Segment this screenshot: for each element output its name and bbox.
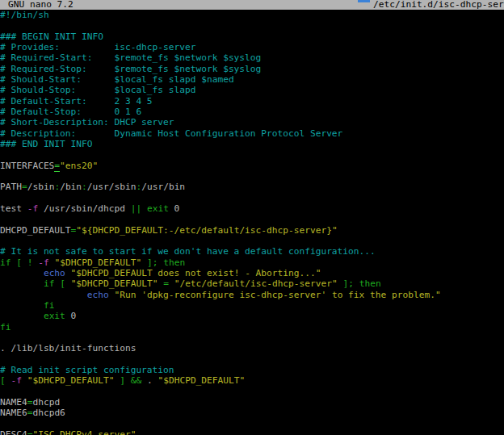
code-token	[22, 257, 27, 268]
code-token: # It is not safe to start if we don't ha…	[0, 246, 376, 257]
code-token: "Run 'dpkg-reconfigure isc-dhcp-server' …	[114, 290, 440, 300]
code-token	[65, 268, 71, 278]
code-token: # Required-Start: $remote_fs $network $s…	[0, 52, 261, 63]
code-token: #!/bin/sh	[0, 10, 49, 20]
code-token: if	[44, 278, 54, 289]
code-token: /bin	[60, 182, 82, 192]
code-token: then	[163, 257, 185, 268]
code-line: ### BEGIN INIT INFO	[0, 31, 504, 42]
code-token: "/etc/default/isc-dhcp-server"	[174, 278, 338, 289]
code-line: echo "Run 'dpkg-reconfigure isc-dhcp-ser…	[0, 290, 504, 300]
code-token: ||	[131, 203, 141, 214]
code-token	[22, 375, 27, 386]
code-token	[141, 257, 147, 268]
file-path-label: /etc/init.d/isc-dhcp-serv	[373, 0, 504, 10]
code-token: echo	[44, 268, 65, 278]
code-line: # Required-Start: $remote_fs $network $s…	[0, 52, 504, 63]
code-line: . /lib/lsb/init-functions	[0, 343, 504, 353]
code-token: [	[0, 375, 6, 386]
code-token: "ISC DHCPv4 server"	[32, 429, 136, 435]
code-line: DHCPD_DEFAULT="${DHCPD_DEFAULT:-/etc/def…	[0, 225, 504, 236]
code-token: 0	[65, 311, 76, 321]
code-token	[0, 268, 44, 278]
code-token: "${DHCPD_DEFAULT:-/etc/default/isc-dhcp-…	[76, 225, 337, 236]
code-token: # Read init script configuration	[0, 365, 174, 375]
code-line: echo "$DHCPD_DEFAULT does not exist! - A…	[0, 268, 504, 278]
code-token: test	[0, 203, 27, 214]
code-line	[0, 236, 504, 246]
code-line	[0, 214, 504, 224]
code-token: -f	[27, 203, 38, 214]
code-line	[0, 333, 504, 343]
code-line: # Default-Start: 2 3 4 5	[0, 96, 504, 107]
code-line: DESC4="ISC DHCPv4 server"	[0, 429, 504, 435]
code-line: # Provides: isc-dhcp-server	[0, 42, 504, 52]
code-line	[0, 171, 504, 182]
code-token: dhcpd6	[32, 408, 65, 418]
code-line: PATH=/sbin:/bin:/usr/sbin:/usr/bin	[0, 182, 504, 192]
code-line: if [ ! -f "$DHCPD_DEFAULT" ]; then	[0, 257, 504, 268]
code-line	[0, 149, 504, 160]
code-token: 0	[169, 203, 179, 214]
code-token: "$DHCPD_DEFAULT"	[54, 257, 141, 268]
code-token: ];	[342, 278, 353, 289]
code-token: fi	[44, 300, 54, 311]
code-token: "$DHCPD_DEFAULT does not exist! - Aborti…	[71, 268, 321, 278]
code-token: echo	[87, 290, 109, 300]
code-token: "$DHCPD_DEFAULT"	[158, 375, 245, 386]
code-token: PATH	[0, 182, 22, 192]
code-token: -f	[38, 257, 48, 268]
code-token: "$DHCPD_DEFAULT"	[71, 278, 158, 289]
code-line	[0, 386, 504, 396]
nano-titlebar: GNU nano 7.2 /etc/init.d/isc-dhcp-serv	[0, 0, 504, 10]
code-token	[65, 278, 71, 289]
code-token	[354, 278, 359, 289]
code-token: ];	[147, 257, 158, 268]
code-line: # Should-Stop: $local_fs slapd	[0, 85, 504, 95]
code-token: # Description: Dynamic Host Configuratio…	[0, 128, 342, 139]
code-token: exit	[147, 203, 169, 214]
code-line: INTERFACES="ens20"	[0, 161, 504, 171]
code-token: if	[0, 257, 10, 268]
code-token: . /lib/lsb/init-functions	[0, 343, 136, 353]
editor-buffer[interactable]: #!/bin/sh### BEGIN INIT INFO# Provides: …	[0, 10, 504, 435]
cursor-artifact	[358, 0, 370, 2]
code-token: NAME6	[0, 408, 27, 418]
code-token: then	[359, 278, 381, 289]
code-line	[0, 20, 504, 31]
code-line	[0, 193, 504, 203]
code-token	[125, 375, 131, 386]
code-line: # It is not safe to start if we don't ha…	[0, 246, 504, 257]
code-line: NAME4=dhcpd	[0, 397, 504, 408]
code-token: /usr/bin	[141, 182, 185, 192]
code-token: # Should-Start: $local_fs slapd $named	[0, 74, 234, 85]
code-token: # Default-Start: 2 3 4 5	[0, 96, 153, 107]
code-line: fi	[0, 322, 504, 333]
code-line: # Description: Dynamic Host Configuratio…	[0, 128, 504, 139]
code-token: ### BEGIN INIT INFO	[0, 31, 103, 42]
code-token	[141, 203, 147, 214]
code-token: ### END INIT INFO	[0, 139, 93, 149]
code-token: # Should-Stop: $local_fs slapd	[0, 85, 195, 95]
code-line: #!/bin/sh	[0, 10, 504, 20]
code-line: # Default-Stop: 0 1 6	[0, 107, 504, 117]
terminal-screen: GNU nano 7.2 /etc/init.d/isc-dhcp-serv #…	[0, 0, 504, 435]
code-line: test -f /usr/sbin/dhcpd || exit 0	[0, 203, 504, 214]
code-token: /sbin	[27, 182, 55, 192]
code-token: [	[16, 257, 22, 268]
code-token	[6, 375, 11, 386]
code-token: -f	[11, 375, 22, 386]
code-token: [	[60, 278, 65, 289]
code-token	[0, 290, 87, 300]
code-token: &&	[131, 375, 141, 386]
code-token: # Short-Description: DHCP server	[0, 117, 174, 128]
code-token: :	[82, 182, 87, 192]
code-token: DHCPD_DEFAULT	[0, 225, 71, 236]
app-version-label: GNU nano 7.2	[8, 0, 74, 10]
code-line: [ -f "$DHCPD_DEFAULT" ] && . "$DHCPD_DEF…	[0, 375, 504, 386]
code-line: exit 0	[0, 311, 504, 321]
code-token: fi	[0, 322, 10, 333]
code-token	[0, 278, 44, 289]
code-token: NAME4	[0, 397, 27, 408]
code-line: NAME6=dhcpd6	[0, 408, 504, 418]
